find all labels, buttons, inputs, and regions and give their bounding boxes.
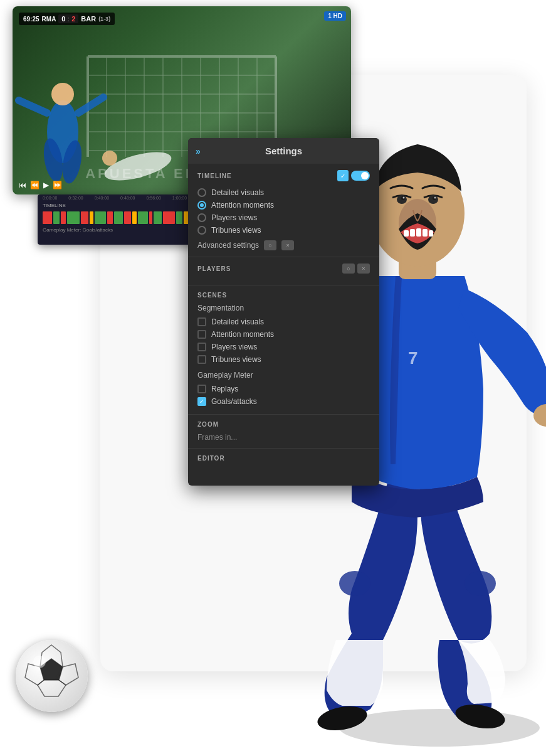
advanced-btn-close[interactable]: × — [281, 240, 294, 250]
players-section-header: PLAYERS ○ × — [197, 264, 370, 274]
timeline-section-header: TIMELINE ✓ — [197, 170, 370, 181]
svg-rect-42 — [423, 229, 428, 237]
time-mark-5: 0:56:00 — [146, 196, 160, 200]
svg-point-49 — [434, 197, 436, 199]
video-controls: ⏮ ⏪ ▶ ⏩ — [19, 181, 62, 189]
players-section: PLAYERS ○ × — [188, 257, 379, 285]
btn-play[interactable]: ▶ — [43, 181, 49, 189]
time-mark-6: 1:00:00 — [172, 196, 187, 200]
seg-2 — [53, 211, 60, 224]
scenes-section-title: SCENES — [197, 292, 227, 299]
seg-11 — [132, 211, 137, 224]
zoom-section: ZOOM Frames in... — [188, 415, 379, 449]
svg-rect-39 — [404, 230, 409, 237]
check-scene-tribunes[interactable] — [197, 355, 206, 364]
settings-header: » Settings — [188, 138, 379, 164]
seg-4 — [67, 211, 80, 224]
option-goals-attacks[interactable]: ✓ Goals/attacks — [197, 395, 370, 408]
zoom-section-header: ZOOM — [197, 421, 370, 428]
radio-detailed-visuals[interactable] — [197, 188, 206, 197]
seg-10 — [124, 211, 131, 224]
timeline-check-toggle[interactable]: ✓ — [337, 170, 349, 181]
btn-forward[interactable]: ⏩ — [53, 181, 62, 189]
seg-15 — [163, 211, 175, 224]
check-goals-attacks[interactable]: ✓ — [197, 397, 206, 406]
radio-attention-moments[interactable] — [197, 201, 206, 210]
option-scene-detailed[interactable]: Detailed visuals — [197, 316, 370, 328]
seg-1 — [43, 211, 52, 224]
check-scene-attention[interactable] — [197, 330, 206, 339]
ball-svg — [16, 640, 88, 712]
seg-14 — [154, 211, 162, 224]
radio-players-views[interactable] — [197, 213, 206, 222]
scenes-section-header: SCENES — [197, 292, 370, 299]
check-replays[interactable] — [197, 385, 206, 393]
btn-rewind-start[interactable]: ⏮ — [19, 181, 26, 189]
settings-title: Settings — [265, 146, 302, 156]
timeline-toggles: ✓ — [337, 170, 370, 181]
radio-tribunes-views[interactable] — [197, 226, 206, 235]
check-scene-detailed[interactable] — [197, 317, 206, 326]
svg-point-24 — [102, 151, 117, 166]
check-scene-players[interactable] — [197, 343, 206, 351]
label-players-views: Players views — [211, 213, 257, 222]
players-toggles: ○ × — [342, 264, 370, 274]
players-btn-circle[interactable]: ○ — [342, 264, 355, 274]
advanced-settings-label: Advanced settings — [197, 241, 259, 250]
svg-point-51 — [339, 571, 370, 596]
timeline-on-toggle[interactable] — [351, 171, 370, 181]
svg-point-46 — [403, 197, 405, 199]
seg-13 — [149, 211, 152, 224]
timeline-section: TIMELINE ✓ Detailed visuals Attention mo… — [188, 164, 379, 257]
settings-panel: » Settings TIMELINE ✓ Detailed visuals A… — [188, 138, 379, 486]
editor-section: EDITOR — [188, 449, 379, 473]
seg-5 — [81, 211, 88, 224]
btn-rewind[interactable]: ⏪ — [30, 181, 39, 189]
option-scene-players[interactable]: Players views — [197, 341, 370, 353]
svg-point-30 — [33, 656, 46, 668]
option-replays[interactable]: Replays — [197, 383, 370, 395]
time-mark-4: 0:48:00 — [120, 196, 135, 200]
label-detailed-visuals: Detailed visuals — [211, 188, 264, 197]
label-scene-attention: Attention moments — [211, 330, 274, 339]
option-players-views[interactable]: Players views — [197, 211, 370, 224]
svg-point-31 — [339, 709, 540, 747]
option-tribunes-views[interactable]: Tribunes views — [197, 224, 370, 237]
label-goals-attacks: Goals/attacks — [211, 397, 257, 406]
scenes-section: SCENES Segmentation Detailed visuals Att… — [188, 285, 379, 415]
svg-marker-29 — [38, 680, 66, 696]
seg-6 — [90, 211, 93, 224]
timeline-section-title: TIMELINE — [197, 173, 232, 179]
soccer-ball — [16, 640, 88, 712]
seg-3 — [61, 211, 66, 224]
advanced-btn-circle[interactable]: ○ — [264, 240, 276, 250]
label-replays: Replays — [211, 385, 238, 393]
seg-8 — [107, 211, 113, 224]
settings-back-button[interactable]: » — [196, 146, 201, 156]
time-mark-1: 0:00:00 — [43, 196, 57, 200]
label-attention-moments: Attention moments — [211, 201, 274, 210]
label-scene-detailed: Detailed visuals — [211, 317, 264, 326]
option-scene-tribunes[interactable]: Tribunes views — [197, 353, 370, 366]
option-attention-moments[interactable]: Attention moments — [197, 199, 370, 211]
label-scene-players: Players views — [211, 343, 257, 351]
seg-12 — [138, 211, 148, 224]
svg-rect-40 — [410, 229, 415, 237]
label-tribunes-views: Tribunes views — [211, 226, 261, 235]
editor-section-header: EDITOR — [197, 455, 370, 462]
option-scene-attention[interactable]: Attention moments — [197, 328, 370, 341]
players-section-title: PLAYERS — [197, 265, 231, 272]
seg-9 — [114, 211, 123, 224]
frames-label: Frames in... — [197, 433, 370, 442]
option-detailed-visuals[interactable]: Detailed visuals — [197, 186, 370, 199]
players-btn-close[interactable]: × — [357, 264, 370, 274]
time-mark-2: 0:32:00 — [68, 196, 83, 200]
svg-rect-43 — [429, 230, 433, 237]
gameplay-meter-label: Gameplay Meter — [197, 371, 370, 380]
segmentation-label: Segmentation — [197, 304, 370, 312]
svg-point-52 — [465, 571, 496, 596]
svg-text:7: 7 — [408, 348, 418, 368]
label-scene-tribunes: Tribunes views — [211, 355, 261, 364]
time-mark-3: 0:40:00 — [95, 196, 109, 200]
svg-rect-41 — [416, 228, 421, 237]
